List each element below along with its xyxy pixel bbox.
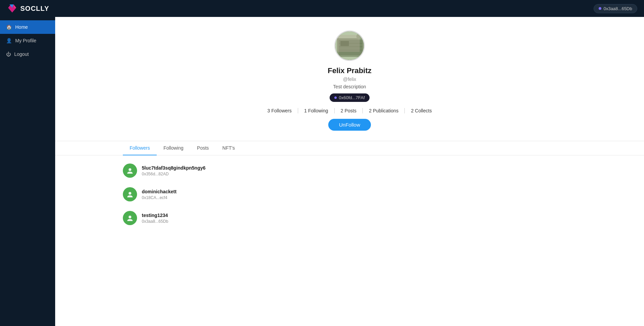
follower-info-2: testing1234 0x3aa8...65Db — [142, 213, 168, 224]
profile-name: Felix Prabitz — [328, 66, 372, 75]
wallet-badge[interactable]: 0x3aa8...65Db — [594, 4, 637, 13]
posts-count: 2 Posts — [341, 108, 357, 113]
home-icon: 🏠 — [6, 24, 12, 30]
follower-name-2: testing1234 — [142, 213, 168, 218]
follower-avatar-0 — [123, 164, 137, 178]
follower-address-2: 0x3aa8...65Db — [142, 219, 168, 224]
wallet-indicator-dot — [599, 7, 601, 10]
logout-icon: ⏻ — [6, 51, 11, 57]
follower-name-0: 5luc7tdaf3sq8gindkpn5ngy6 — [142, 165, 205, 171]
collects-count: 2 Collects — [411, 108, 431, 113]
followers-count: 3 Followers — [267, 108, 292, 113]
list-item: 5luc7tdaf3sq8gindkpn5ngy6 0x356d...82AD — [123, 159, 576, 182]
avatar-image — [335, 31, 364, 60]
follower-address-0: 0x356d...82AD — [142, 172, 205, 176]
profile-handle: @felix — [343, 77, 356, 82]
logo-text: SOCLLY — [20, 5, 49, 13]
svg-rect-2 — [339, 40, 362, 55]
tab-posts[interactable]: Posts — [190, 141, 216, 155]
profile-tabs: Followers Following Posts NFT's — [55, 141, 644, 155]
follower-avatar-1 — [123, 187, 137, 201]
wallet-address-topbar: 0x3aa8...65Db — [603, 6, 632, 11]
logo-icon — [7, 3, 18, 14]
content-area: Felix Prabitz @felix Test description 0x… — [55, 17, 644, 326]
avatar — [334, 30, 365, 61]
svg-point-7 — [356, 34, 362, 39]
stat-collects: 2 Collects — [405, 108, 438, 113]
topbar: SOCLLY 0x3aa8...65Db — [0, 0, 644, 17]
sidebar-item-home[interactable]: 🏠 Home — [0, 20, 55, 34]
profile-section: Felix Prabitz @felix Test description 0x… — [55, 17, 644, 137]
svg-point-10 — [129, 216, 131, 218]
sidebar-item-profile-label: My Profile — [15, 38, 36, 43]
wallet-address: 0x60fd...7FAf — [339, 95, 365, 100]
follower-avatar-2 — [123, 211, 137, 225]
logo-area: SOCLLY — [7, 3, 49, 14]
unfollow-button[interactable]: UnFollow — [328, 119, 371, 131]
sidebar-item-logout-label: Logout — [14, 51, 29, 57]
stats-row: 3 Followers 1 Following 2 Posts 2 Public… — [261, 108, 438, 113]
stat-posts: 2 Posts — [335, 108, 363, 113]
stat-followers: 3 Followers — [261, 108, 298, 113]
wallet-pill: 0x60fd...7FAf — [330, 93, 370, 102]
publications-count: 2 Publications — [369, 108, 398, 113]
main-content: Felix Prabitz @felix Test description 0x… — [55, 17, 644, 326]
sidebar: 🏠 Home 👤 My Profile ⏻ Logout — [0, 17, 55, 326]
tab-following[interactable]: Following — [157, 141, 190, 155]
sidebar-item-home-label: Home — [15, 24, 28, 30]
wallet-pill-dot — [334, 96, 337, 99]
follower-info-1: dominichackett 0x18CA...ecf4 — [142, 189, 177, 200]
list-item: testing1234 0x3aa8...65Db — [123, 206, 576, 230]
profile-description: Test description — [333, 84, 366, 89]
tab-followers[interactable]: Followers — [123, 141, 157, 155]
stat-following: 1 Following — [298, 108, 335, 113]
stat-publications: 2 Publications — [363, 108, 405, 113]
follower-info-0: 5luc7tdaf3sq8gindkpn5ngy6 0x356d...82AD — [142, 165, 205, 176]
sidebar-item-my-profile[interactable]: 👤 My Profile — [0, 34, 55, 47]
list-item: dominichackett 0x18CA...ecf4 — [123, 182, 576, 206]
follower-address-1: 0x18CA...ecf4 — [142, 195, 177, 200]
tab-nfts[interactable]: NFT's — [216, 141, 242, 155]
followers-list: 5luc7tdaf3sq8gindkpn5ngy6 0x356d...82AD … — [55, 155, 644, 233]
app-layout: 🏠 Home 👤 My Profile ⏻ Logout — [0, 17, 644, 326]
follower-name-1: dominichackett — [142, 189, 177, 194]
following-count: 1 Following — [304, 108, 328, 113]
svg-rect-6 — [340, 41, 349, 46]
svg-point-9 — [129, 192, 131, 195]
sidebar-item-logout[interactable]: ⏻ Logout — [0, 47, 55, 61]
profile-icon: 👤 — [6, 38, 12, 43]
svg-point-8 — [129, 168, 131, 171]
